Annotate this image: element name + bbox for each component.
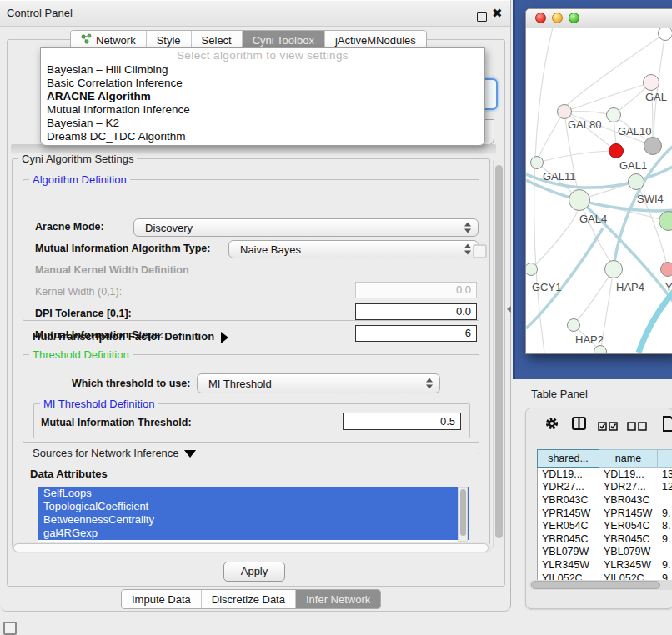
- algorithm-option-mutual-information[interactable]: Mutual Information Inference: [41, 103, 484, 117]
- scrollbar-thumb[interactable]: [495, 165, 503, 538]
- gear-icon[interactable]: [544, 416, 559, 434]
- float-window-icon[interactable]: [477, 12, 487, 22]
- table-row[interactable]: YLR345WYLR345W9.: [538, 558, 672, 572]
- zoom-traffic-light[interactable]: [569, 12, 579, 23]
- control-panel-window: Control Panel ✖ Network Style Select Cy: [0, 0, 511, 612]
- tab-select[interactable]: Select: [192, 31, 243, 49]
- bottom-tabs: Impute Data Discretize Data Infer Networ…: [121, 589, 381, 609]
- control-panel-titlebar: Control Panel ✖: [0, 0, 510, 27]
- algorithm-option-basic-correlation[interactable]: Basic Correlation Inference: [41, 77, 484, 90]
- close-traffic-light[interactable]: [535, 12, 546, 23]
- tab-network-label: Network: [96, 34, 136, 47]
- settings-vertical-scrollbar[interactable]: [493, 160, 504, 548]
- mi-threshold-definition-title: MI Threshold Definition: [40, 398, 158, 410]
- node-label: GAL: [645, 91, 667, 103]
- unchecked-boxes-icon[interactable]: [627, 419, 648, 434]
- network-view-window[interactable]: GAL GAL80 GAL10 GAL1 GAL11 SWI4 GAL4 GCY…: [525, 8, 672, 354]
- algorithm-option-bayesian-hill-climbing[interactable]: Bayesian – Hill Climbing: [41, 63, 484, 77]
- network-node-gal80[interactable]: [557, 104, 572, 119]
- split-pane-grip[interactable]: [507, 306, 511, 312]
- settings-horizontal-scrollbar[interactable]: [12, 542, 492, 553]
- node-label-salmon-clipped: Y: [665, 281, 672, 293]
- network-node-hap4[interactable]: [604, 260, 623, 278]
- cyni-algorithm-settings-group: Cyni Algorithm Settings Algorithm Defini…: [12, 158, 490, 550]
- close-icon[interactable]: ✖: [492, 6, 503, 21]
- column-header-clipped[interactable]: [658, 450, 672, 468]
- algorithm-dropdown-popup: Select algorithm to view settings Bayesi…: [40, 48, 485, 146]
- hub-definition-toggle[interactable]: Hub/Transcription Factor Definition: [33, 330, 228, 343]
- network-node-gal11[interactable]: [530, 156, 544, 169]
- stepper-icon: [426, 378, 434, 389]
- network-node-swi4[interactable]: [628, 173, 644, 190]
- node-label-gal11: GAL11: [543, 170, 576, 182]
- minimized-panel-icon[interactable]: [3, 622, 17, 635]
- algorithm-option-bayesian-k2[interactable]: Bayesian – K2: [41, 117, 484, 130]
- network-canvas[interactable]: GAL GAL80 GAL10 GAL1 GAL11 SWI4 GAL4 GCY…: [526, 28, 672, 352]
- apply-button[interactable]: Apply: [223, 562, 285, 582]
- mi-threshold-field[interactable]: 0.5: [343, 412, 461, 430]
- table-row[interactable]: YBR045CYBR045C9.: [538, 532, 672, 546]
- tab-style[interactable]: Style: [147, 31, 192, 49]
- expand-right-icon: [221, 332, 228, 343]
- scrollbar-thumb[interactable]: [13, 543, 489, 552]
- tab-jactivemnodules[interactable]: jActiveMNodules: [325, 31, 426, 49]
- network-node-gal-clipped[interactable]: [643, 74, 659, 91]
- network-node-gray[interactable]: [644, 137, 662, 155]
- table-panel-header: Table Panel: [513, 379, 672, 407]
- table-row[interactable]: YBR043CYBR043C: [538, 493, 672, 507]
- dpi-tolerance-label: DPI Tolerance [0,1]:: [35, 308, 132, 319]
- network-node-gal4[interactable]: [569, 189, 590, 211]
- network-node[interactable]: [594, 345, 607, 352]
- stepper-icon: [464, 244, 472, 255]
- network-node-gal10[interactable]: [606, 108, 621, 122]
- column-view-icon[interactable]: [572, 417, 586, 433]
- manual-kernel-width-checkbox[interactable]: [473, 244, 487, 258]
- tab-infer-network[interactable]: Infer Network: [296, 590, 380, 608]
- scrollbar-thumb[interactable]: [460, 489, 466, 536]
- column-header-shared-name[interactable]: shared...: [538, 450, 599, 468]
- attribute-list-scrollbar[interactable]: [458, 487, 468, 542]
- which-threshold-label: Which threshold to use:: [72, 378, 190, 389]
- kernel-width-label: Kernel Width (0,1):: [35, 286, 122, 298]
- aracne-mode-select[interactable]: Discovery: [133, 218, 479, 237]
- column-header-name[interactable]: name: [599, 450, 658, 468]
- data-attributes-label: Data Attributes: [30, 468, 108, 480]
- table-panel-window: shared... name YDL19...YDL19...13 YDR27.…: [525, 408, 672, 609]
- aracne-mode-label: Aracne Mode:: [35, 221, 104, 232]
- list-item-selfloops[interactable]: SelfLoops: [38, 487, 469, 500]
- network-node-hap2[interactable]: [567, 318, 580, 332]
- mi-steps-field[interactable]: 6: [355, 325, 477, 342]
- list-item-betweennesscentrality[interactable]: BetweennessCentrality: [38, 513, 469, 527]
- tab-discretize-data[interactable]: Discretize Data: [202, 590, 296, 608]
- table-row[interactable]: YER054CYER054C8.: [538, 519, 672, 532]
- document-icon-clipped[interactable]: [662, 416, 672, 435]
- list-item-topologicalcoefficient[interactable]: TopologicalCoefficient: [38, 500, 469, 513]
- mi-algorithm-type-select[interactable]: Naive Bayes: [228, 240, 479, 258]
- network-node[interactable]: [658, 28, 672, 41]
- checked-boxes-icon[interactable]: [598, 419, 619, 434]
- tab-impute-data[interactable]: Impute Data: [122, 590, 202, 608]
- network-node-salmon[interactable]: [660, 262, 672, 277]
- scrollbar-thumb[interactable]: [531, 581, 660, 589]
- node-label-swi4: SWI4: [637, 192, 664, 205]
- algorithm-option-dream8[interactable]: Dream8 DC_TDC Algorithm: [41, 130, 484, 143]
- minimize-traffic-light[interactable]: [552, 12, 563, 23]
- tab-network[interactable]: Network: [71, 31, 147, 49]
- which-threshold-select[interactable]: MI Threshold: [197, 373, 440, 393]
- algorithm-option-aracne[interactable]: ARACNE Algorithm: [41, 90, 484, 103]
- network-window-titlebar[interactable]: [526, 9, 672, 28]
- network-node-gal1[interactable]: [609, 143, 624, 158]
- kernel-width-field[interactable]: 0.0: [355, 282, 477, 298]
- node-label-gal4: GAL4: [579, 212, 607, 225]
- node-attribute-table: shared... name YDL19...YDL19...13 YDR27.…: [537, 449, 672, 585]
- table-row[interactable]: YDL19...YDL19...13: [538, 468, 672, 481]
- algorithm-definition-group: Algorithm Definition Aracne Mode: Discov…: [23, 179, 479, 321]
- tab-cyni-toolbox[interactable]: Cyni Toolbox: [243, 31, 325, 49]
- sources-title[interactable]: Sources for Network Inference: [29, 447, 199, 459]
- table-row[interactable]: YDR27...YDR27...12: [538, 481, 672, 494]
- table-row[interactable]: YBL079WYBL079W: [538, 546, 672, 559]
- table-row[interactable]: YPR145WYPR145W9.: [538, 507, 672, 520]
- list-item-gal4rgexp[interactable]: gal4RGexp: [38, 527, 469, 540]
- dpi-tolerance-field[interactable]: 0.0: [355, 303, 477, 320]
- table-horizontal-scrollbar[interactable]: [529, 580, 672, 590]
